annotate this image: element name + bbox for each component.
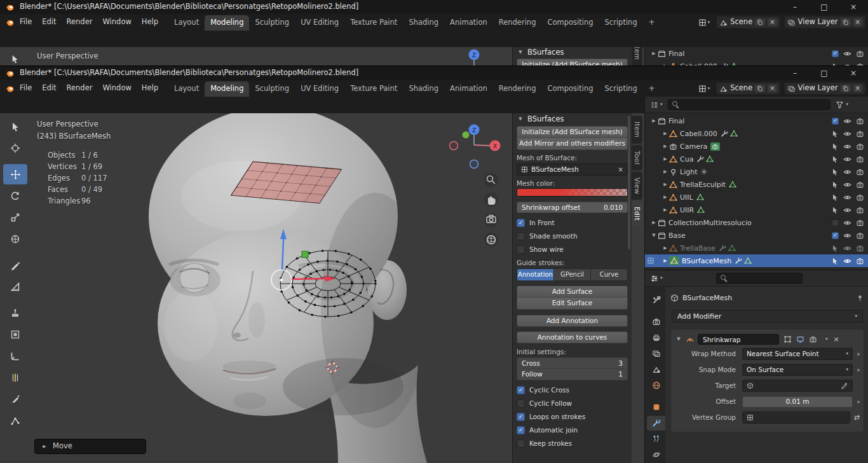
tab-scene[interactable]: [647, 362, 665, 377]
animate-dot[interactable]: [857, 369, 860, 371]
tab-shading[interactable]: Shading: [403, 81, 444, 97]
tweak-tool-button[interactable]: [3, 48, 27, 66]
selectable-icon[interactable]: [831, 181, 839, 188]
cursor-tool-button[interactable]: [3, 138, 27, 158]
initialize-button[interactable]: Initialize (Add BSurface mesh): [517, 59, 628, 66]
view-layer-selector[interactable]: View Layer ×: [784, 16, 865, 29]
eye-icon[interactable]: [843, 257, 851, 265]
eye-icon[interactable]: [843, 142, 851, 151]
tab-texture-paint[interactable]: Texture Paint: [344, 81, 403, 97]
loop-cut-tool-button[interactable]: [3, 368, 27, 388]
selectable-icon[interactable]: [831, 206, 839, 214]
add-workspace-tab[interactable]: +: [643, 81, 661, 97]
disclosure-icon[interactable]: ▼: [517, 50, 524, 55]
scale-tool-button[interactable]: [3, 207, 27, 228]
outliner-row[interactable]: ▼ Base ✓: [645, 229, 868, 242]
outliner-row[interactable]: ▶ UIIL: [645, 191, 868, 204]
add-annotation-button[interactable]: Add Annotation: [517, 315, 628, 327]
menu-help[interactable]: Help: [137, 82, 163, 95]
scene-selector[interactable]: Scene ×: [716, 16, 780, 29]
rotate-tool-button[interactable]: [3, 186, 27, 206]
editors-button[interactable]: ▾: [696, 82, 713, 95]
minimize-button[interactable]: –: [780, 0, 810, 14]
collection-checkbox[interactable]: ✓: [832, 232, 839, 239]
scene-selector[interactable]: Scene ×: [716, 82, 780, 95]
modifier-close-button[interactable]: ×: [834, 336, 839, 343]
inset-tool-button[interactable]: [3, 324, 27, 345]
disclosure-icon[interactable]: ▼: [675, 337, 682, 342]
nav-gizmo[interactable]: Z: [449, 47, 499, 66]
sidebar-tab-edit[interactable]: Edit: [632, 201, 642, 226]
tab-particles[interactable]: [647, 432, 665, 446]
tab-animation[interactable]: Animation: [444, 81, 493, 97]
menu-file[interactable]: File: [15, 16, 37, 29]
selectable-icon[interactable]: [831, 142, 839, 150]
cross-slider[interactable]: Cross3: [517, 357, 628, 369]
show-wire-checkbox[interactable]: Show wire: [517, 245, 628, 254]
sidebar-tab-item[interactable]: Item: [632, 47, 642, 66]
wrap-method-dropdown[interactable]: Nearest Surface Point▾: [742, 348, 853, 360]
add-modifier-dropdown[interactable]: Add Modifier ▾: [672, 310, 863, 322]
snap-mode-dropdown[interactable]: On Surface▾: [742, 364, 853, 376]
outliner-editor-type-button[interactable]: ▾: [648, 99, 665, 111]
in-front-checkbox[interactable]: ✓In Front: [517, 218, 628, 228]
edit-surface-button[interactable]: Edit Surface: [517, 298, 628, 310]
menu-window[interactable]: Window: [97, 82, 136, 95]
tab-sculpting[interactable]: Sculpting: [249, 15, 295, 31]
edit-mode-display-toggle[interactable]: [783, 335, 792, 343]
camera-icon[interactable]: [856, 50, 864, 58]
tab-output[interactable]: [647, 330, 665, 345]
camera-icon[interactable]: [856, 232, 864, 240]
tab-compositing[interactable]: Compositing: [541, 15, 599, 31]
tab-render[interactable]: [647, 314, 665, 329]
new-view-layer-button[interactable]: [841, 85, 851, 92]
camera-icon[interactable]: [856, 117, 864, 125]
viewport[interactable]: Z X: [0, 113, 644, 463]
breadcrumb-object-name[interactable]: BSurfaceMesh: [682, 294, 732, 301]
tab-layout[interactable]: Layout: [168, 15, 205, 31]
tab-scripting[interactable]: Scripting: [599, 81, 643, 97]
eye-icon[interactable]: [843, 130, 851, 138]
tab-sculpting[interactable]: Sculpting: [249, 81, 295, 97]
modifier-extras-button[interactable]: ▾: [825, 337, 828, 342]
camera-icon[interactable]: [856, 193, 864, 202]
modifier-name-field[interactable]: Shrinkwrap: [698, 334, 779, 345]
outliner-row[interactable]: ▶ Final ✓: [645, 47, 868, 60]
knife-tool-button[interactable]: [3, 389, 27, 410]
automatic-join-checkbox[interactable]: ✓Automatic join: [517, 425, 628, 435]
cyclic-cross-checkbox[interactable]: ✓Cyclic Cross: [517, 385, 628, 395]
tab-compositing[interactable]: Compositing: [541, 81, 599, 97]
operator-panel[interactable]: ▶ Move: [34, 439, 146, 454]
new-scene-button[interactable]: [755, 85, 765, 92]
menu-edit[interactable]: Edit: [37, 82, 61, 95]
properties-search[interactable]: [716, 273, 803, 284]
tab-modeling[interactable]: Modeling: [205, 15, 249, 31]
guide-curve-option[interactable]: Curve: [591, 269, 627, 280]
sidebar-tab-view[interactable]: View: [632, 172, 642, 200]
camera-icon[interactable]: [856, 181, 864, 189]
target-object-field[interactable]: [742, 380, 853, 392]
shade-smooth-checkbox[interactable]: Shade smooth: [517, 232, 628, 241]
pin-icon[interactable]: [856, 294, 864, 302]
tab-tool[interactable]: [647, 293, 665, 307]
render-display-toggle[interactable]: [809, 335, 817, 343]
selectable-icon[interactable]: [831, 130, 839, 137]
clear-icon[interactable]: ×: [618, 166, 623, 173]
tab-physics[interactable]: [647, 448, 665, 462]
outliner-row[interactable]: ▶ Cua: [645, 153, 868, 165]
tab-animation[interactable]: Animation: [444, 15, 493, 31]
maximize-button[interactable]: □: [810, 0, 839, 14]
bevel-tool-button[interactable]: [3, 346, 27, 366]
measure-tool-button[interactable]: [3, 277, 27, 297]
camera-icon[interactable]: [856, 257, 864, 265]
eye-icon[interactable]: [843, 50, 851, 58]
outliner-row[interactable]: ▶ UIIR: [645, 204, 868, 216]
maximize-button[interactable]: □: [810, 66, 839, 80]
collection-checkbox[interactable]: [832, 219, 839, 226]
eye-icon[interactable]: [843, 219, 851, 227]
follow-slider[interactable]: Follow1: [517, 369, 628, 380]
remove-view-layer-button[interactable]: ×: [853, 18, 862, 26]
outliner-row[interactable]: ▶ Camera: [645, 140, 868, 153]
initialize-button[interactable]: Initialize (Add BSurface mesh): [517, 126, 628, 138]
realtime-display-toggle[interactable]: [796, 335, 804, 343]
